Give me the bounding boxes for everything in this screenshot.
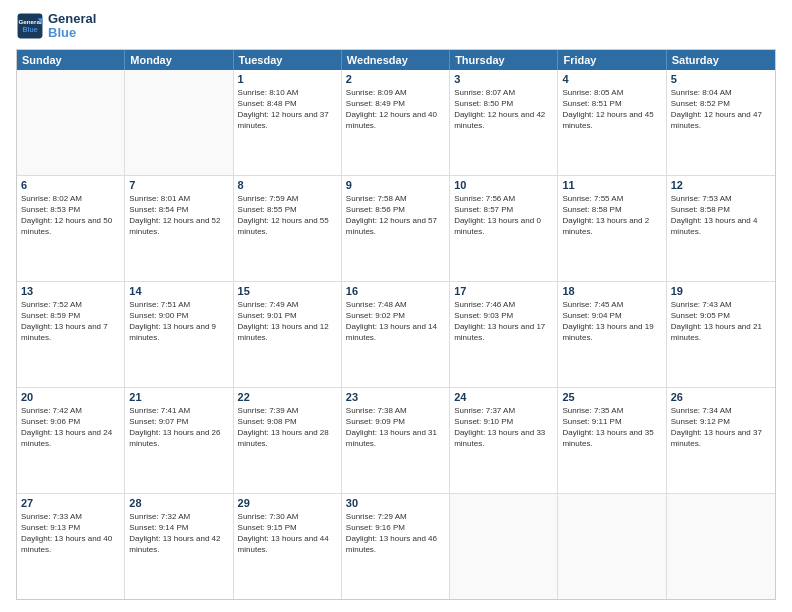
- sunrise: Sunrise: 7:43 AM: [671, 299, 771, 310]
- sunset: Sunset: 9:10 PM: [454, 416, 553, 427]
- day-info: Sunrise: 7:35 AMSunset: 9:11 PMDaylight:…: [562, 405, 661, 450]
- day-number: 9: [346, 179, 445, 191]
- sunrise: Sunrise: 7:30 AM: [238, 511, 337, 522]
- day-info: Sunrise: 7:38 AMSunset: 9:09 PMDaylight:…: [346, 405, 445, 450]
- day-number: 29: [238, 497, 337, 509]
- sunset: Sunset: 9:01 PM: [238, 310, 337, 321]
- daylight: Daylight: 12 hours and 52 minutes.: [129, 215, 228, 237]
- daylight: Daylight: 13 hours and 21 minutes.: [671, 321, 771, 343]
- calendar-body: 1Sunrise: 8:10 AMSunset: 8:48 PMDaylight…: [17, 70, 775, 599]
- daylight: Daylight: 13 hours and 9 minutes.: [129, 321, 228, 343]
- sunrise: Sunrise: 7:32 AM: [129, 511, 228, 522]
- calendar-row-2: 13Sunrise: 7:52 AMSunset: 8:59 PMDayligh…: [17, 282, 775, 388]
- day-info: Sunrise: 8:02 AMSunset: 8:53 PMDaylight:…: [21, 193, 120, 238]
- header-day-saturday: Saturday: [667, 50, 775, 70]
- daylight: Daylight: 12 hours and 47 minutes.: [671, 109, 771, 131]
- sunset: Sunset: 9:05 PM: [671, 310, 771, 321]
- calendar-row-1: 6Sunrise: 8:02 AMSunset: 8:53 PMDaylight…: [17, 176, 775, 282]
- sunset: Sunset: 9:06 PM: [21, 416, 120, 427]
- calendar-cell: 14Sunrise: 7:51 AMSunset: 9:00 PMDayligh…: [125, 282, 233, 387]
- sunset: Sunset: 8:52 PM: [671, 98, 771, 109]
- calendar-cell: 25Sunrise: 7:35 AMSunset: 9:11 PMDayligh…: [558, 388, 666, 493]
- sunset: Sunset: 8:59 PM: [21, 310, 120, 321]
- day-number: 30: [346, 497, 445, 509]
- daylight: Daylight: 13 hours and 35 minutes.: [562, 427, 661, 449]
- sunset: Sunset: 9:12 PM: [671, 416, 771, 427]
- day-number: 15: [238, 285, 337, 297]
- calendar-cell: [558, 494, 666, 599]
- day-info: Sunrise: 7:59 AMSunset: 8:55 PMDaylight:…: [238, 193, 337, 238]
- calendar-cell: [450, 494, 558, 599]
- day-info: Sunrise: 7:53 AMSunset: 8:58 PMDaylight:…: [671, 193, 771, 238]
- daylight: Daylight: 13 hours and 37 minutes.: [671, 427, 771, 449]
- day-number: 19: [671, 285, 771, 297]
- day-info: Sunrise: 7:32 AMSunset: 9:14 PMDaylight:…: [129, 511, 228, 556]
- daylight: Daylight: 13 hours and 14 minutes.: [346, 321, 445, 343]
- daylight: Daylight: 13 hours and 0 minutes.: [454, 215, 553, 237]
- day-info: Sunrise: 8:10 AMSunset: 8:48 PMDaylight:…: [238, 87, 337, 132]
- day-info: Sunrise: 7:39 AMSunset: 9:08 PMDaylight:…: [238, 405, 337, 450]
- day-number: 23: [346, 391, 445, 403]
- daylight: Daylight: 12 hours and 40 minutes.: [346, 109, 445, 131]
- sunset: Sunset: 9:00 PM: [129, 310, 228, 321]
- sunset: Sunset: 8:53 PM: [21, 204, 120, 215]
- sunrise: Sunrise: 8:05 AM: [562, 87, 661, 98]
- sunrise: Sunrise: 7:58 AM: [346, 193, 445, 204]
- sunset: Sunset: 9:09 PM: [346, 416, 445, 427]
- calendar-cell: 28Sunrise: 7:32 AMSunset: 9:14 PMDayligh…: [125, 494, 233, 599]
- header-day-sunday: Sunday: [17, 50, 125, 70]
- calendar-cell: 20Sunrise: 7:42 AMSunset: 9:06 PMDayligh…: [17, 388, 125, 493]
- day-number: 24: [454, 391, 553, 403]
- day-info: Sunrise: 8:07 AMSunset: 8:50 PMDaylight:…: [454, 87, 553, 132]
- sunrise: Sunrise: 7:48 AM: [346, 299, 445, 310]
- day-number: 18: [562, 285, 661, 297]
- calendar-cell: 10Sunrise: 7:56 AMSunset: 8:57 PMDayligh…: [450, 176, 558, 281]
- day-info: Sunrise: 7:43 AMSunset: 9:05 PMDaylight:…: [671, 299, 771, 344]
- calendar-cell: 16Sunrise: 7:48 AMSunset: 9:02 PMDayligh…: [342, 282, 450, 387]
- sunrise: Sunrise: 7:46 AM: [454, 299, 553, 310]
- calendar-cell: 23Sunrise: 7:38 AMSunset: 9:09 PMDayligh…: [342, 388, 450, 493]
- daylight: Daylight: 13 hours and 28 minutes.: [238, 427, 337, 449]
- header-day-monday: Monday: [125, 50, 233, 70]
- day-number: 17: [454, 285, 553, 297]
- sunset: Sunset: 9:07 PM: [129, 416, 228, 427]
- logo-icon: General Blue: [16, 12, 44, 40]
- daylight: Daylight: 13 hours and 44 minutes.: [238, 533, 337, 555]
- sunrise: Sunrise: 8:09 AM: [346, 87, 445, 98]
- sunrise: Sunrise: 7:51 AM: [129, 299, 228, 310]
- sunrise: Sunrise: 7:39 AM: [238, 405, 337, 416]
- daylight: Daylight: 13 hours and 12 minutes.: [238, 321, 337, 343]
- sunrise: Sunrise: 8:10 AM: [238, 87, 337, 98]
- sunset: Sunset: 8:55 PM: [238, 204, 337, 215]
- calendar-cell: 3Sunrise: 8:07 AMSunset: 8:50 PMDaylight…: [450, 70, 558, 175]
- calendar-cell: 22Sunrise: 7:39 AMSunset: 9:08 PMDayligh…: [234, 388, 342, 493]
- day-info: Sunrise: 7:49 AMSunset: 9:01 PMDaylight:…: [238, 299, 337, 344]
- daylight: Daylight: 12 hours and 50 minutes.: [21, 215, 120, 237]
- daylight: Daylight: 12 hours and 55 minutes.: [238, 215, 337, 237]
- calendar-cell: 18Sunrise: 7:45 AMSunset: 9:04 PMDayligh…: [558, 282, 666, 387]
- day-number: 22: [238, 391, 337, 403]
- calendar-cell: 13Sunrise: 7:52 AMSunset: 8:59 PMDayligh…: [17, 282, 125, 387]
- calendar-cell: 21Sunrise: 7:41 AMSunset: 9:07 PMDayligh…: [125, 388, 233, 493]
- day-info: Sunrise: 7:42 AMSunset: 9:06 PMDaylight:…: [21, 405, 120, 450]
- day-number: 20: [21, 391, 120, 403]
- day-number: 16: [346, 285, 445, 297]
- sunset: Sunset: 8:51 PM: [562, 98, 661, 109]
- svg-text:Blue: Blue: [22, 27, 37, 34]
- day-number: 4: [562, 73, 661, 85]
- sunrise: Sunrise: 7:41 AM: [129, 405, 228, 416]
- daylight: Daylight: 12 hours and 57 minutes.: [346, 215, 445, 237]
- calendar-row-4: 27Sunrise: 7:33 AMSunset: 9:13 PMDayligh…: [17, 494, 775, 599]
- calendar-header: SundayMondayTuesdayWednesdayThursdayFrid…: [17, 50, 775, 70]
- daylight: Daylight: 13 hours and 4 minutes.: [671, 215, 771, 237]
- sunrise: Sunrise: 7:56 AM: [454, 193, 553, 204]
- day-info: Sunrise: 7:30 AMSunset: 9:15 PMDaylight:…: [238, 511, 337, 556]
- day-info: Sunrise: 7:58 AMSunset: 8:56 PMDaylight:…: [346, 193, 445, 238]
- daylight: Daylight: 13 hours and 26 minutes.: [129, 427, 228, 449]
- daylight: Daylight: 13 hours and 40 minutes.: [21, 533, 120, 555]
- daylight: Daylight: 13 hours and 42 minutes.: [129, 533, 228, 555]
- calendar-cell: [125, 70, 233, 175]
- daylight: Daylight: 13 hours and 19 minutes.: [562, 321, 661, 343]
- day-info: Sunrise: 8:04 AMSunset: 8:52 PMDaylight:…: [671, 87, 771, 132]
- sunset: Sunset: 8:48 PM: [238, 98, 337, 109]
